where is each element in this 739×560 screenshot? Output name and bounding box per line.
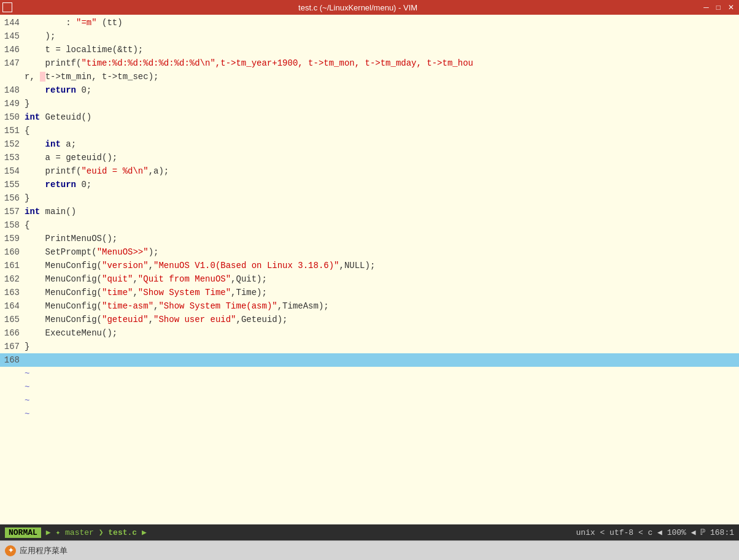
vim-mode-badge: NORMAL — [5, 527, 41, 538]
title-bar: test.c (~/LinuxKernel/menu) - VIM ─ □ ✕ — [0, 0, 739, 15]
line-number: 145 — [0, 29, 25, 43]
tilde-line: ~ — [0, 367, 739, 380]
minimize-button[interactable]: ─ — [701, 3, 711, 12]
line-content: MenuConfig("quit","Quit from MenuOS",Qui… — [25, 272, 267, 286]
line-number: 151 — [0, 124, 25, 137]
code-line: 150int Geteuid() — [0, 110, 739, 124]
line-content: t = localtime(&tt); — [25, 43, 143, 56]
code-line: 161 MenuConfig("version","MenuOS V1.0(Ba… — [0, 259, 739, 272]
window-title: test.c (~/LinuxKernel/menu) - VIM — [15, 3, 701, 12]
line-number: 146 — [0, 43, 25, 56]
line-content: } — [25, 191, 29, 205]
tilde-char: ~ — [25, 367, 29, 380]
code-line: 152 int a; — [0, 137, 739, 151]
line-content: MenuConfig("time-asm","Show System Time(… — [25, 299, 329, 313]
line-number: 162 — [0, 272, 25, 286]
line-content: MenuConfig("geteuid","Show user euid",Ge… — [25, 313, 288, 326]
code-line: 154 printf("euid = %d\n",a); — [0, 164, 739, 178]
vim-icon — [2, 2, 12, 12]
line-number: 165 — [0, 313, 25, 326]
line-content: SetPrompt("MenuOS>>"); — [25, 245, 158, 259]
line-content: } — [25, 97, 29, 110]
line-number: 147 — [0, 56, 25, 70]
code-line: 166 ExecuteMenu(); — [0, 326, 739, 340]
line-number: 163 — [0, 286, 25, 299]
line-number: 157 — [0, 205, 25, 218]
file-encoding-info: unix < utf-8 < c ◀ 100% ◀ ℙ 168:1 — [576, 527, 734, 537]
line-number: 148 — [0, 83, 25, 97]
branch-info: ▶ ✦ master ❯ test.c ▶ — [46, 527, 147, 537]
code-line: 168 — [0, 353, 739, 367]
line-content: return 0; — [25, 83, 91, 97]
tilde-line: ~ — [0, 394, 739, 407]
code-line: 146 t = localtime(&tt); — [0, 43, 739, 56]
code-line: 149} — [0, 97, 739, 110]
tilde-char: ~ — [25, 380, 29, 394]
tilde-line-num — [0, 394, 25, 407]
code-line: 162 MenuConfig("quit","Quit from MenuOS"… — [0, 272, 739, 286]
line-content: ); — [25, 29, 55, 43]
code-line: 144 : "=m" (tt) — [0, 16, 739, 29]
code-line: 167} — [0, 340, 739, 353]
code-line: 163 MenuConfig("time","Show System Time"… — [0, 286, 739, 299]
line-number: 152 — [0, 137, 25, 151]
line-content — [25, 353, 739, 367]
code-line: 160 SetPrompt("MenuOS>>"); — [0, 245, 739, 259]
line-content: { — [25, 124, 29, 137]
tilde-line: ~ — [0, 380, 739, 394]
code-line: 147 printf("time:%d:%d:%d:%d:%d:%d\n",t-… — [0, 56, 739, 70]
tilde-line-num — [0, 407, 25, 421]
line-number: 150 — [0, 110, 25, 124]
line-number: 149 — [0, 97, 25, 110]
code-line: 151{ — [0, 124, 739, 137]
title-bar-left — [0, 2, 15, 12]
tilde-line: ~ — [0, 407, 739, 421]
line-content: PrintMenuOS(); — [25, 232, 117, 245]
code-line: 156} — [0, 191, 739, 205]
line-number: 164 — [0, 299, 25, 313]
line-content: ExecuteMenu(); — [25, 326, 117, 340]
line-content: int Geteuid() — [25, 110, 91, 124]
code-line: 164 MenuConfig("time-asm","Show System T… — [0, 299, 739, 313]
taskbar: ✦ 应用程序菜单 — [0, 540, 739, 560]
line-number: 156 — [0, 191, 25, 205]
line-content: printf("time:%d:%d:%d:%d:%d:%d\n",t->tm_… — [25, 56, 473, 70]
line-number: 161 — [0, 259, 25, 272]
line-number: 159 — [0, 232, 25, 245]
code-line: 159 PrintMenuOS(); — [0, 232, 739, 245]
line-content: int a; — [25, 137, 76, 151]
tilde-char: ~ — [25, 407, 29, 421]
line-number: 155 — [0, 178, 25, 191]
line-number: 153 — [0, 151, 25, 164]
tilde-line-num — [0, 380, 25, 394]
line-number — [0, 70, 25, 83]
code-line: 148 return 0; — [0, 83, 739, 97]
code-line: 153 a = geteuid(); — [0, 151, 739, 164]
line-content: printf("euid = %d\n",a); — [25, 164, 169, 178]
line-content: { — [25, 218, 29, 232]
line-number: 154 — [0, 164, 25, 178]
maximize-button[interactable]: □ — [714, 3, 723, 12]
close-button[interactable]: ✕ — [725, 3, 737, 12]
line-number: 158 — [0, 218, 25, 232]
tilde-line-num — [0, 367, 25, 380]
code-line: 165 MenuConfig("geteuid","Show user euid… — [0, 313, 739, 326]
line-number: 167 — [0, 340, 25, 353]
taskbar-app-icon: ✦ — [5, 545, 16, 556]
line-number: 160 — [0, 245, 25, 259]
line-number: 168 — [0, 353, 25, 367]
line-content: MenuConfig("time","Show System Time",Tim… — [25, 286, 267, 299]
vim-editor[interactable]: 144 : "=m" (tt)145 );146 t = localtime(&… — [0, 15, 739, 524]
taskbar-label: 应用程序菜单 — [20, 545, 68, 556]
window-controls[interactable]: ─ □ ✕ — [701, 3, 739, 12]
right-status: unix < utf-8 < c ◀ 100% ◀ ℙ 168:1 — [576, 527, 734, 537]
line-content: : "=m" (tt) — [25, 16, 123, 29]
code-area: 144 : "=m" (tt)145 );146 t = localtime(&… — [0, 15, 739, 524]
line-content: MenuConfig("version","MenuOS V1.0(Based … — [25, 259, 375, 272]
code-line: 157int main() — [0, 205, 739, 218]
line-content: a = geteuid(); — [25, 151, 117, 164]
code-line: r, t->tm_min, t->tm_sec); — [0, 70, 739, 83]
line-number: 144 — [0, 16, 25, 29]
line-number: 166 — [0, 326, 25, 340]
line-content: return 0; — [25, 178, 91, 191]
